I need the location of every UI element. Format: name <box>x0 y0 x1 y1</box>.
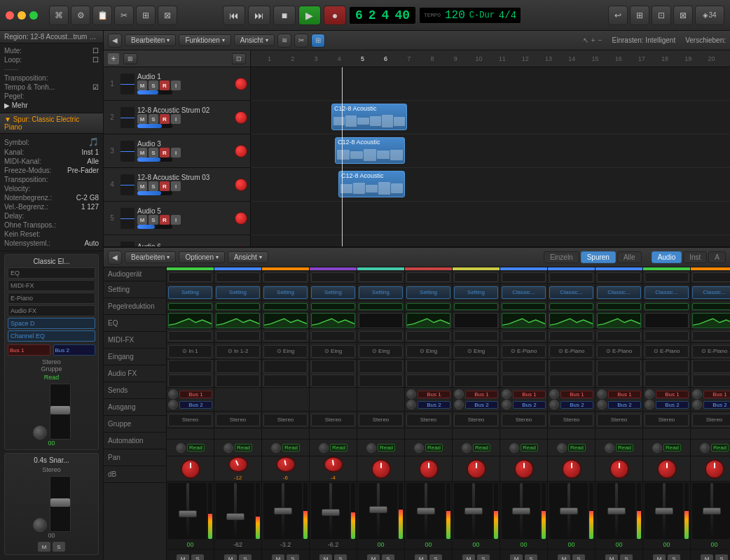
ch-pan-knob-0[interactable] <box>181 459 200 479</box>
ch-ausgang-slot-3[interactable]: Stereo <box>311 414 355 426</box>
toolbar-icon-7[interactable]: ↩ <box>608 6 628 25</box>
scissors-icon[interactable]: ✂ <box>294 34 308 48</box>
track-fader-5[interactable] <box>137 225 172 229</box>
ch-midifx-slot-1[interactable] <box>216 331 260 341</box>
ch-eq-display-3[interactable] <box>311 313 355 328</box>
send-knob-9-1[interactable] <box>597 389 607 399</box>
ch-audiofx-slot2-7[interactable] <box>502 374 546 388</box>
ch-pan-knob-2[interactable] <box>276 456 296 472</box>
ch-eingang-slot-9[interactable]: ⊙ E-Piano <box>597 345 641 358</box>
ch-setting-slot-9[interactable]: Classic... <box>597 286 641 299</box>
send-knob-10-1[interactable] <box>645 389 654 399</box>
ch-s-btn-6[interactable]: S <box>477 554 490 561</box>
midi-icon[interactable]: ≋ <box>277 34 291 48</box>
toolbar-icon-9[interactable]: ⊡ <box>652 6 671 25</box>
send-knob-6-2[interactable] <box>454 400 464 410</box>
ch-automation-btn-6[interactable]: Read <box>473 444 490 451</box>
ch-audiofx-slot1-5[interactable] <box>406 360 450 373</box>
tempo-value[interactable]: 120 <box>445 9 465 22</box>
ch-audiofx-slot2-4[interactable] <box>359 374 403 388</box>
ch-s-btn-0[interactable]: S <box>191 554 204 561</box>
ch-eq-display-11[interactable] <box>692 313 730 328</box>
ch-midifx-slot-9[interactable] <box>597 331 641 341</box>
ch-fader-track-7[interactable] <box>502 483 540 539</box>
track-record-6[interactable] <box>235 246 247 247</box>
ch-setting-slot-6[interactable]: Setting <box>454 286 498 299</box>
ch-automation-btn-3[interactable]: Read <box>330 444 347 451</box>
track-4-rec[interactable]: R <box>160 181 170 191</box>
ch-eq-display-2[interactable] <box>263 313 308 328</box>
ch-pan-knob-3[interactable] <box>324 456 343 472</box>
ch-ausgang-slot-2[interactable]: Stereo <box>263 414 308 426</box>
ch-eingang-slot-0[interactable]: ⊙ In 1 <box>168 345 212 358</box>
ch-audiofx-slot1-0[interactable] <box>168 360 212 373</box>
mini-audio-fx-slot[interactable]: Audio FX <box>8 305 95 316</box>
ch-automation-btn-9[interactable]: Read <box>616 444 633 451</box>
add-track-button[interactable]: + <box>108 53 119 64</box>
ch-fader-handle-0[interactable] <box>179 510 197 517</box>
send-knob-11-1[interactable] <box>692 389 702 399</box>
track-record-3[interactable] <box>235 145 247 158</box>
track-type-icon[interactable]: ⊞ <box>123 53 137 64</box>
ch-midifx-slot-11[interactable] <box>692 331 730 341</box>
toolbar-icon-6[interactable]: ⊠ <box>158 6 177 25</box>
plus-icon[interactable]: + <box>591 36 595 44</box>
mini-channel-eq-slot[interactable]: Channel EQ <box>8 330 95 342</box>
send-knob-0-2[interactable] <box>168 400 178 410</box>
ch-midifx-slot-8[interactable] <box>549 331 593 341</box>
toolbar-icon-5[interactable]: ⊞ <box>136 6 156 25</box>
ch-m-btn-9[interactable]: M <box>605 554 618 561</box>
ch-audiogeraet-slot-4[interactable] <box>359 272 403 282</box>
mixer-channels-scroll[interactable]: Setting ⊙ In 1 <box>167 267 730 560</box>
play-button[interactable]: ▶ <box>298 6 321 25</box>
timeline-row-6[interactable] <box>251 235 730 246</box>
tracks-back-icon[interactable]: ◀ <box>108 34 122 48</box>
fast-forward-button[interactable]: ⏭ <box>248 6 270 25</box>
timeline-row-2[interactable]: C12-8 Acoustic <box>251 101 730 134</box>
alle-btn[interactable]: Alle <box>617 251 642 263</box>
ch-audiogeraet-slot-11[interactable] <box>692 272 730 282</box>
toolbar-icon-1[interactable]: ⌘ <box>49 6 69 25</box>
ch-automation-btn-10[interactable]: Read <box>663 444 681 451</box>
ch-pan-knob-1[interactable] <box>228 456 248 472</box>
ch-fader-track-10[interactable] <box>645 483 683 539</box>
ch-fader-handle-5[interactable] <box>417 507 435 514</box>
ch-audiofx-slot1-3[interactable] <box>311 360 355 373</box>
spuren-btn[interactable]: Spuren <box>581 251 616 263</box>
track-1-solo[interactable]: S <box>149 80 158 90</box>
stop-button[interactable]: ■ <box>273 6 296 25</box>
track-record-1[interactable] <box>235 78 247 90</box>
ch-fader-handle-3[interactable] <box>322 509 340 516</box>
ch-m-btn-8[interactable]: M <box>558 554 570 561</box>
track-3-mute[interactable]: M <box>137 148 147 158</box>
send-knob-8-2[interactable] <box>549 400 559 410</box>
ch-m-btn-1[interactable]: M <box>224 554 237 561</box>
ch-fader-track-4[interactable] <box>359 483 397 539</box>
ch-fader-track-0[interactable] <box>168 483 207 539</box>
ch-automation-btn-4[interactable]: Read <box>378 444 395 451</box>
mixer-bearbeiten-menu[interactable]: Bearbeiten ▾ <box>125 251 176 263</box>
ch-s-btn-5[interactable]: S <box>429 554 442 561</box>
mini-s-btn[interactable]: S <box>53 542 65 552</box>
ch-fader-track-2[interactable] <box>263 483 302 539</box>
rewind-button[interactable]: ⏮ <box>223 6 245 25</box>
ch-pan-knob-5[interactable] <box>419 459 439 479</box>
toolbar-icon-2[interactable]: ⚙ <box>71 6 90 25</box>
ch-audiogeraet-slot-7[interactable] <box>502 272 546 282</box>
track-2-rec[interactable]: R <box>160 114 170 124</box>
send-knob-0-1[interactable] <box>168 389 178 399</box>
ch-m-btn-6[interactable]: M <box>462 554 475 561</box>
a-btn[interactable]: A <box>708 251 726 263</box>
ch-ausgang-slot-8[interactable]: Stereo <box>549 414 593 426</box>
track-3-input[interactable]: I <box>171 148 181 158</box>
ch-audiogeraet-slot-3[interactable] <box>311 272 355 282</box>
track-collapse-icon[interactable]: ⊡ <box>232 53 246 64</box>
ch-fader-track-1[interactable] <box>216 483 254 539</box>
ch-midifx-slot-6[interactable] <box>454 331 498 341</box>
ch-audiofx-slot2-3[interactable] <box>311 374 355 388</box>
track-fader-2[interactable] <box>137 124 172 128</box>
track-5-input[interactable]: I <box>171 215 181 225</box>
ch-ausgang-slot-7[interactable]: Stereo <box>502 414 546 426</box>
ch-fader-track-9[interactable] <box>597 483 635 539</box>
ch-fader-track-11[interactable] <box>692 483 730 539</box>
